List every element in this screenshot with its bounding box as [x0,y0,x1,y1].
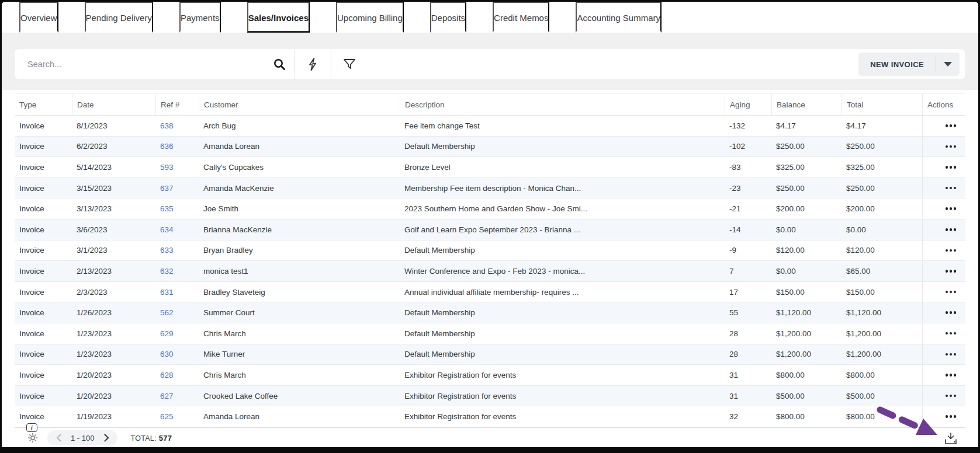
cell-ref[interactable]: 638 [155,116,199,136]
search-icon[interactable] [273,58,286,71]
cell-balance: $120.00 [771,241,842,261]
filter-button[interactable] [331,49,368,79]
tab-deposits[interactable]: Deposits [430,2,466,33]
cell-ref[interactable]: 562 [155,302,199,323]
cell-type: Invoice [15,282,72,302]
cell-ref[interactable]: 631 [155,282,199,302]
cell-customer: Arch Bug [199,116,400,136]
table-row: Invoice8/1/2023638Arch BugFee item chang… [15,116,965,137]
cell-description: Annual individual affiliate membership- … [400,282,725,302]
cell-ref[interactable]: 634 [155,219,199,240]
cell-date: 2/13/2023 [72,261,155,281]
new-invoice-group: NEW INVOICE [858,53,960,76]
search-box[interactable] [15,49,294,79]
column-header-actions[interactable]: Actions [922,94,965,115]
column-header-date[interactable]: Date [72,94,155,115]
table-row: Invoice2/13/2023632monica test1Winter Co… [15,261,965,282]
info-icon[interactable]: i [26,423,37,432]
cell-actions [922,137,965,157]
table-row: Invoice3/1/2023633Bryan BradleyDefault M… [15,241,965,262]
cell-ref[interactable]: 635 [155,198,199,219]
cell-description: Bronze Level [400,157,725,177]
tab-overview[interactable]: Overview [19,2,58,33]
row-actions-menu-icon[interactable] [946,353,957,356]
cell-actions [922,282,965,302]
total-label: TOTAL: [130,434,156,442]
cell-total: $65.00 [842,261,922,281]
column-header-type[interactable]: Type [15,94,72,115]
download-icon[interactable] [943,432,958,446]
cell-balance: $1,120.00 [771,302,842,323]
tab-pending-delivery[interactable]: Pending Delivery [85,2,153,33]
row-actions-menu-icon[interactable] [946,207,957,210]
cell-ref[interactable]: 632 [155,261,199,281]
column-header-balance[interactable]: Balance [771,94,842,115]
tab-sales-invoices[interactable]: Sales/Invoices [247,2,310,33]
table-row: Invoice3/6/2023634Brianna MacKenzieGolf … [15,219,965,241]
column-header-ref[interactable]: Ref # [155,94,199,115]
cell-type: Invoice [15,406,72,427]
row-actions-menu-icon[interactable] [946,270,957,273]
row-actions-menu-icon[interactable] [946,374,957,377]
cell-ref[interactable]: 625 [155,406,199,427]
cell-date: 1/23/2023 [72,344,155,365]
cell-balance: $4.17 [771,116,842,136]
tab-accounting-summary[interactable]: Accounting Summary [576,2,662,33]
prev-page-button[interactable] [51,430,66,445]
column-header-total[interactable]: Total [842,94,922,115]
settings-gear-icon[interactable] [27,433,38,443]
cell-aging: -9 [725,241,771,261]
cell-aging: 32 [725,406,771,427]
cell-description: Exhibitor Registration for events [400,365,725,385]
tab-upcoming-billing[interactable]: Upcoming Billing [336,2,404,33]
cell-customer: Chris March [199,365,400,385]
cell-ref[interactable]: 593 [155,157,199,177]
cell-total: $1,200.00 [842,344,922,365]
new-invoice-button[interactable]: NEW INVOICE [858,53,936,76]
row-actions-menu-icon[interactable] [946,415,957,418]
cell-ref[interactable]: 629 [155,323,199,344]
row-actions-menu-icon[interactable] [946,311,957,314]
cell-ref[interactable]: 637 [155,178,199,198]
cell-customer: Bradley Staveteig [199,282,400,302]
row-actions-menu-icon[interactable] [946,166,957,169]
row-actions-menu-icon[interactable] [946,332,957,335]
cell-balance: $800.00 [771,365,842,385]
row-actions-menu-icon[interactable] [946,395,957,398]
cell-ref[interactable]: 633 [155,241,199,261]
column-header-aging[interactable]: Aging [725,94,771,115]
cell-date: 2/3/2023 [72,282,155,302]
chevron-right-icon [104,434,109,442]
cell-type: Invoice [15,178,72,198]
tab-credit-memos[interactable]: Credit Memos [493,2,549,33]
cell-customer: Cally's Cupcakes [199,157,400,177]
row-actions-menu-icon[interactable] [946,124,957,127]
cell-aging: 17 [725,282,771,302]
table-row: Invoice5/14/2023593Cally's CupcakesBronz… [15,157,965,178]
column-header-description[interactable]: Description [400,94,725,115]
row-actions-menu-icon[interactable] [946,291,957,294]
row-actions-menu-icon[interactable] [946,228,957,231]
cell-type: Invoice [15,116,72,136]
cell-type: Invoice [15,344,72,365]
cell-customer: Amanda Lorean [199,137,400,157]
new-invoice-dropdown-button[interactable] [936,53,960,76]
row-actions-menu-icon[interactable] [946,187,957,190]
cell-customer: Crooked Lake Coffee [199,386,400,406]
cell-ref[interactable]: 630 [155,344,199,365]
quick-actions-button[interactable] [295,49,331,79]
cell-ref[interactable]: 636 [155,137,199,157]
cell-type: Invoice [15,365,72,385]
column-header-customer[interactable]: Customer [199,94,400,115]
cell-aging: -21 [725,198,771,219]
row-actions-menu-icon[interactable] [946,145,957,148]
search-input[interactable] [27,60,273,69]
table-row: Invoice6/2/2023636Amanda LoreanDefault M… [15,137,965,158]
cell-ref[interactable]: 627 [155,386,199,406]
row-actions-menu-icon[interactable] [946,249,957,252]
cell-type: Invoice [15,137,72,157]
next-page-button[interactable] [99,430,114,445]
cell-aging: -83 [725,157,771,177]
cell-ref[interactable]: 628 [155,365,199,385]
tab-payments[interactable]: Payments [179,2,221,33]
